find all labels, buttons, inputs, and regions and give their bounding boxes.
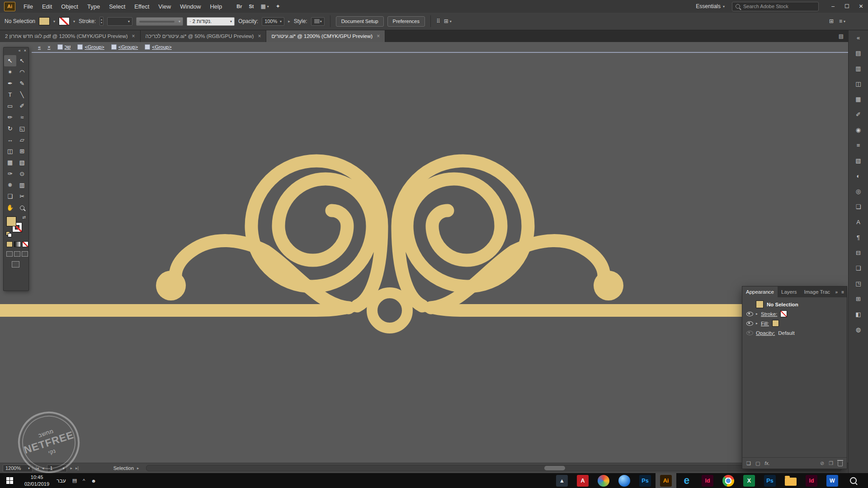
draw-inside-button[interactable] — [22, 251, 28, 257]
status-menu-arrow-icon[interactable]: ▸ — [137, 466, 139, 470]
menu-type[interactable]: Type — [83, 0, 104, 13]
free-transform-tool[interactable]: ▱ — [16, 134, 28, 145]
visibility-eye-icon[interactable] — [746, 312, 753, 316]
panel-icon-paragraph[interactable]: ¶ — [853, 233, 864, 242]
panel-icon-color[interactable]: ▥ — [853, 64, 864, 73]
screen-mode-button[interactable] — [12, 261, 19, 267]
illustrator-logo-icon[interactable]: Ai — [4, 2, 15, 11]
stepper-down-icon[interactable]: ▾ — [101, 21, 102, 24]
panel-icon-symbols[interactable]: ◉ — [853, 125, 864, 135]
taskbar-app-indesign-2[interactable]: Id — [801, 473, 822, 488]
scale-tool[interactable]: ◱ — [16, 123, 28, 134]
delete-item-icon[interactable] — [838, 461, 843, 466]
fill-color-swatch[interactable] — [39, 17, 50, 25]
opacity-panel-arrow-icon[interactable]: ▸ — [288, 19, 290, 23]
taskbar-app-word[interactable]: W — [822, 473, 843, 488]
panel-icon-swatches[interactable]: ▦ — [853, 94, 864, 104]
pen-tool[interactable]: ✒ — [4, 78, 16, 89]
menu-select[interactable]: Select — [104, 0, 130, 13]
pencil-tool[interactable]: ✏ — [4, 112, 16, 123]
fill-swatch[interactable] — [772, 320, 779, 327]
tab-close-icon[interactable]: × — [377, 33, 380, 39]
gradient-button[interactable] — [14, 241, 20, 247]
panel-icon-gradient[interactable]: ▧ — [853, 156, 864, 165]
magic-wand-tool[interactable]: ✶ — [4, 66, 16, 78]
next-artboard-button[interactable]: ▸ — [70, 466, 72, 470]
new-stroke-icon[interactable]: ❏ — [746, 460, 751, 466]
column-graph-tool[interactable]: ▥ — [16, 179, 28, 191]
draw-normal-button[interactable] — [6, 251, 13, 257]
appearance-opacity-label[interactable]: Opacity: — [756, 330, 775, 336]
new-effect-button[interactable]: fx. — [764, 460, 770, 466]
taskbar-app-illustrator[interactable]: Ai — [656, 473, 676, 488]
new-fill-icon[interactable]: ▢ — [755, 460, 760, 466]
fill-dropdown-icon[interactable]: ▾ — [53, 19, 55, 23]
panel-icon-asset-export[interactable]: ◳ — [853, 279, 864, 288]
menu-edit[interactable]: Edit — [38, 0, 57, 13]
bridge-button[interactable]: Br — [236, 4, 242, 9]
breadcrumb-item[interactable]: <Group> — [111, 44, 138, 50]
clear-appearance-icon[interactable]: ⊘ — [820, 460, 824, 466]
panel-icon-stroke[interactable]: ≡ — [853, 141, 864, 150]
slice-tool[interactable]: ✂ — [16, 191, 28, 202]
tab-layers[interactable]: Layers — [778, 286, 801, 297]
people-icon[interactable]: ☻ — [91, 478, 96, 483]
artboard-tool[interactable]: ❑ — [4, 191, 16, 202]
disclosure-arrow-icon[interactable]: ▸ — [756, 312, 758, 316]
adobe-stock-search-input[interactable]: Search Adobe Stock — [732, 2, 819, 11]
paintbrush-tool[interactable]: ✐ — [16, 100, 28, 112]
preferences-button[interactable]: Preferences — [387, 16, 425, 27]
panel-icon-appearance[interactable]: ◎ — [853, 187, 864, 196]
taskbar-app-photos[interactable]: ▲ — [552, 473, 572, 488]
document-tab[interactable]: עיטורים.ai* @ 1200% (CMYK/GPU Preview)× — [266, 30, 385, 42]
toolbar-fill-swatch[interactable] — [6, 216, 16, 226]
document-canvas[interactable]: «×שכ<Group><Group><Group> « × ↖↖✶◠✒✎T╲▭✐… — [0, 42, 868, 473]
stroke-dropdown-icon[interactable]: ▾ — [73, 19, 75, 23]
taskbar-app-chrome[interactable] — [718, 473, 739, 488]
panel-icon-layers[interactable]: ⊟ — [853, 248, 864, 258]
blend-tool[interactable]: ⊙ — [16, 168, 28, 179]
panel-icon-artboards[interactable]: ❑ — [853, 263, 864, 273]
opacity-combo[interactable]: 100%▾ — [262, 17, 284, 26]
taskbar-app-media[interactable] — [593, 473, 614, 488]
panel-icon-pathfinder[interactable]: ◧ — [853, 310, 864, 319]
menu-window[interactable]: Window — [175, 0, 205, 13]
rectangle-tool[interactable]: ▭ — [4, 100, 16, 112]
minimize-button[interactable]: – — [826, 0, 840, 13]
taskbar-app-browser-globe[interactable] — [614, 473, 635, 488]
stroke-weight-stepper[interactable]: ▴▾ — [99, 17, 104, 25]
tab-close-icon[interactable]: × — [132, 33, 135, 39]
menu-effect[interactable]: Effect — [130, 0, 154, 13]
stroke-none-swatch[interactable] — [780, 310, 787, 317]
stock-button[interactable]: St — [249, 4, 254, 9]
disclosure-arrow-icon[interactable]: ▸ — [756, 321, 758, 325]
tab-appearance[interactable]: Appearance — [742, 286, 778, 297]
panel-icon-color-guide[interactable]: ◫ — [853, 79, 864, 89]
panel-icon-info[interactable]: ◍ — [853, 325, 864, 334]
appearance-fill-row[interactable]: ▸ Fill: — [742, 319, 847, 328]
curvature-tool[interactable]: ✎ — [16, 78, 28, 89]
perspective-grid-tool[interactable]: ⊞ — [16, 145, 28, 157]
visibility-eye-icon[interactable] — [746, 321, 753, 326]
taskbar-app-folder[interactable] — [780, 473, 801, 488]
language-indicator[interactable]: עבר — [57, 478, 66, 484]
menu-view[interactable]: View — [154, 0, 175, 13]
mesh-tool[interactable]: ▦ — [4, 157, 16, 168]
tab-close-icon[interactable]: × — [258, 33, 261, 39]
menu-file[interactable]: File — [19, 0, 38, 13]
breadcrumb-item[interactable]: שכ — [57, 44, 71, 50]
tab-image-trace[interactable]: Image Trac — [801, 286, 834, 297]
default-fill-stroke-icon[interactable] — [6, 231, 12, 236]
width-tool[interactable]: ↔ — [4, 134, 16, 145]
variable-width-profile-combo[interactable]: ▾ — [136, 17, 183, 26]
flourish-artwork[interactable] — [0, 161, 779, 328]
duplicate-item-icon[interactable]: ❐ — [829, 460, 833, 466]
document-tab[interactable]: לוגו חדש אחרון 2.pdf @ 1200% (CMYK/GPU P… — [0, 30, 141, 42]
horizontal-scrollbar-thumb[interactable] — [544, 466, 565, 470]
panel-icon-align[interactable]: ⊞ — [853, 294, 864, 304]
breadcrumb-item[interactable]: <Group> — [77, 44, 104, 50]
appearance-opacity-row[interactable]: Opacity: Default — [742, 328, 847, 338]
document-tab[interactable]: עיטורים לכריכה.ai* @ 50% (RGB/GPU Previe… — [141, 30, 267, 42]
taskbar-app-excel[interactable]: X — [739, 473, 760, 488]
rotate-tool[interactable]: ↻ — [4, 123, 16, 134]
